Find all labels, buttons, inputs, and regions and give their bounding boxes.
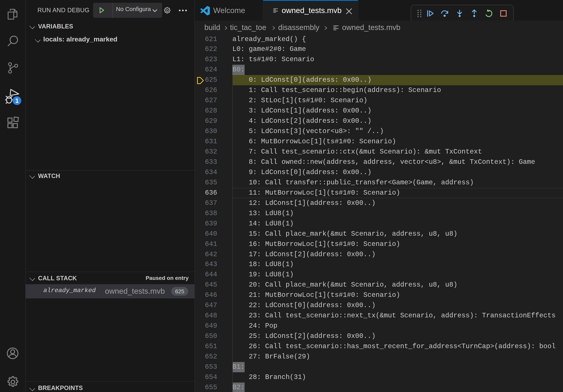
svg-text:1: 1 (15, 97, 19, 104)
